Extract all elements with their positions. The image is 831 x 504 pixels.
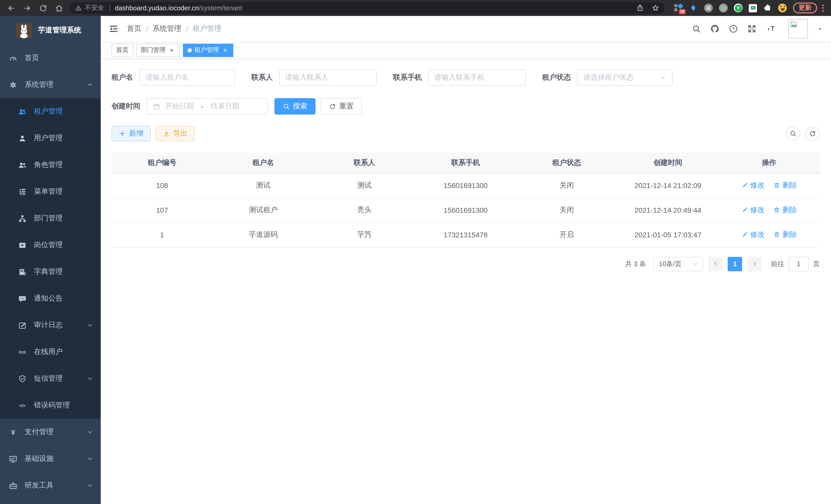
sidebar-item-sms[interactable]: 短信管理 (0, 365, 101, 392)
chevron-up-icon (86, 81, 93, 88)
edit-button[interactable]: 修改 (741, 206, 765, 215)
close-icon[interactable]: × (168, 47, 175, 54)
avatar-caret-down-icon[interactable] (817, 26, 823, 32)
font-size-icon[interactable] (766, 24, 777, 33)
mobile-input[interactable]: 请输入联系手机 (428, 69, 526, 86)
sidebar-toggle-icon[interactable] (109, 24, 119, 34)
next-page-button[interactable] (747, 257, 762, 271)
extension-kite-icon[interactable] (689, 4, 698, 12)
browser-back-icon[interactable] (7, 4, 16, 12)
sidebar-item-dict[interactable]: 字典管理 (0, 259, 101, 285)
col-contact: 联系人 (314, 153, 415, 173)
sidebar-item-user[interactable]: 用户管理 (0, 125, 101, 152)
status-label: 租户状态 (542, 73, 571, 82)
goto-label: 前往 (771, 259, 784, 268)
chevron-down-icon (692, 261, 699, 267)
sidebar-item-role[interactable]: 角色管理 (0, 152, 101, 178)
tenant-name-input[interactable]: 请输入租户名 (139, 69, 235, 86)
sidebar-item-post[interactable]: 岗位管理 (0, 232, 101, 259)
delete-button[interactable]: 删除 (774, 230, 797, 239)
profile-emoji-icon[interactable] (778, 4, 787, 12)
col-tenant-name: 租户名 (213, 153, 314, 173)
breadcrumb-system[interactable]: 系统管理 (153, 24, 181, 33)
sidebar-item-online-user[interactable]: 在线用户 (0, 338, 101, 365)
contact-input[interactable]: 请输入联系人 (279, 69, 377, 86)
date-range-separator: - (201, 102, 203, 111)
close-icon[interactable]: × (222, 47, 229, 54)
security-indicator[interactable]: 不安全 (75, 4, 104, 12)
current-page-button[interactable]: 1 (728, 257, 742, 271)
dict-book-icon (18, 267, 27, 276)
fullscreen-icon[interactable] (747, 24, 756, 33)
goto-page-input[interactable] (789, 257, 809, 271)
sidebar-item-home[interactable]: 首页 (0, 45, 101, 71)
status-select[interactable]: 请选择租户状态 (577, 69, 673, 86)
bookmark-star-icon[interactable] (652, 4, 659, 12)
address-bar[interactable]: 不安全 dashboard.yudao.iocoder.cn/system/te… (69, 2, 665, 14)
extension-y-logo-icon[interactable]: Y (734, 4, 743, 12)
edit-button[interactable]: 修改 (741, 230, 765, 239)
refresh-icon (809, 130, 816, 137)
sidebar-item-audit-log[interactable]: 审计日志 (0, 312, 101, 338)
extension-command-icon[interactable] (704, 4, 713, 12)
tab-tenant[interactable]: 租户管理 × (183, 43, 233, 57)
delete-button[interactable]: 删除 (774, 206, 797, 215)
browser-forward-icon[interactable] (23, 4, 31, 12)
avatar[interactable] (789, 19, 808, 38)
tab-dept[interactable]: 部门管理 × (136, 43, 180, 57)
sidebar-item-dept[interactable]: 部门管理 (0, 205, 101, 232)
extension-record-icon[interactable] (719, 4, 728, 12)
pagination: 共 3 条 10条/页 1 前往 页 (112, 257, 820, 271)
extension-chat-icon[interactable] (749, 4, 757, 12)
chevron-down-icon (86, 455, 93, 463)
reset-button[interactable]: 重置 (321, 98, 362, 115)
tenant-name-label: 租户名 (112, 73, 133, 82)
sidebar-item-dev-tools[interactable]: 研发工具 (0, 472, 101, 499)
col-tenant-id: 租户编号 (112, 153, 213, 173)
sidebar-item-tenant[interactable]: 租户管理 (0, 98, 101, 125)
sidebar-item-notice[interactable]: 通知公告 (0, 285, 101, 312)
chevron-down-icon (86, 322, 93, 329)
breadcrumb-home[interactable]: 首页 (127, 24, 141, 33)
active-tab-dot (188, 48, 192, 52)
post-badge-icon (18, 241, 27, 249)
github-icon[interactable] (710, 24, 719, 33)
col-created: 创建时间 (617, 153, 718, 173)
pay-yen-icon (9, 428, 18, 437)
add-button[interactable]: 新增 (112, 126, 150, 141)
extension-tabs-icon[interactable]: 10 (674, 4, 683, 12)
sidebar-item-menu[interactable]: 菜单管理 (0, 178, 101, 205)
browser-reload-icon[interactable] (39, 4, 47, 12)
sidebar-item-infra[interactable]: 基础设施 (0, 445, 101, 472)
extensions-puzzle-icon[interactable] (763, 4, 772, 12)
export-button[interactable]: 导出 (156, 126, 195, 141)
chevron-down-icon (86, 428, 93, 436)
header-search-icon[interactable] (692, 24, 701, 33)
search-button[interactable]: 搜索 (275, 98, 316, 115)
sidebar-item-pay[interactable]: 支付管理 (0, 419, 101, 445)
share-icon[interactable] (636, 4, 644, 12)
sidebar-item-system[interactable]: 系统管理 (0, 71, 101, 98)
browser-home-icon[interactable] (55, 4, 63, 12)
download-icon (163, 130, 170, 137)
app-logo-row[interactable]: 芋道管理系统 (0, 16, 101, 45)
refresh-table-button[interactable] (805, 126, 820, 141)
help-icon[interactable] (729, 24, 738, 33)
prev-page-button[interactable] (708, 257, 722, 271)
pen-icon (741, 207, 748, 213)
user-icon (18, 134, 27, 143)
chevron-down-icon (659, 74, 666, 81)
chrome-update-button[interactable]: 更新 (793, 3, 817, 13)
toggle-search-button[interactable] (786, 126, 800, 141)
sidebar-item-error-code[interactable]: 错误码管理 (0, 392, 101, 419)
delete-button[interactable]: 删除 (774, 181, 797, 190)
date-range-picker[interactable]: 开始日期 - 结束日期 (146, 98, 268, 115)
error-code-icon (18, 401, 27, 410)
edit-button[interactable]: 修改 (741, 181, 765, 190)
online-user-icon (18, 348, 27, 356)
page-size-select[interactable]: 10条/页 (653, 257, 703, 271)
tenant-users-icon (18, 107, 27, 116)
browser-menu-icon[interactable] (822, 4, 824, 11)
audit-log-icon (18, 321, 27, 330)
tab-home[interactable]: 首页 (112, 43, 133, 57)
